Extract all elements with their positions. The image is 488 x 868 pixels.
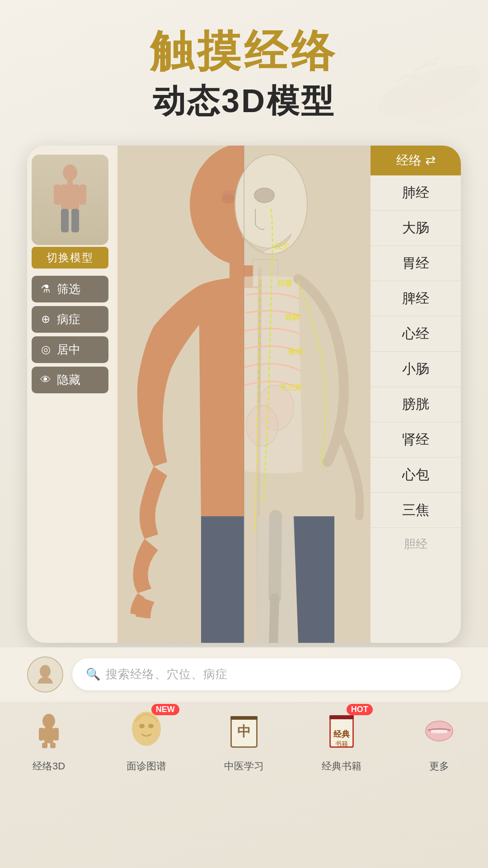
nav-item-facemap[interactable]: NEW 面诊图谱 bbox=[98, 706, 195, 773]
svg-rect-38 bbox=[230, 716, 258, 720]
avatar-button[interactable] bbox=[27, 656, 63, 693]
nav-label-classicbook: 经典书籍 bbox=[322, 760, 361, 773]
svg-point-33 bbox=[139, 724, 145, 728]
meridian-item-heart[interactable]: 心经 bbox=[371, 316, 461, 352]
search-placeholder-text: 搜索经络、穴位、病症 bbox=[106, 666, 228, 682]
nav-item-classicbook[interactable]: HOT 经典 书籍 经典书籍 bbox=[293, 706, 390, 773]
svg-point-25 bbox=[40, 665, 51, 678]
tcmlearn-icon: 中 bbox=[219, 706, 269, 756]
right-meridian-panel: 经络 ⇄ 肺经 大肠 胃经 脾经 心经 小肠 膀胱 肾经 心包 三焦 胆经 bbox=[371, 146, 461, 643]
center-icon: ◎ bbox=[39, 343, 52, 356]
nav-label-more: 更多 bbox=[429, 760, 449, 773]
hide-button[interactable]: 👁 隐藏 bbox=[32, 367, 108, 393]
nav-label-meridian3d: 经络3D bbox=[33, 760, 65, 773]
hero-section: 触摸经络 动态3D模型 bbox=[0, 0, 488, 123]
left-control-panel: 切换模型 ⚗ 筛选 ⊕ 病症 ◎ 居中 👁 隐藏 bbox=[27, 146, 122, 643]
bottom-navigation: 经络3D NEW 面诊图谱 中 bbox=[0, 702, 488, 782]
svg-point-2 bbox=[63, 165, 77, 181]
svg-rect-31 bbox=[50, 743, 56, 748]
svg-text:书籍: 书籍 bbox=[335, 741, 348, 747]
svg-rect-29 bbox=[53, 728, 59, 741]
svg-rect-4 bbox=[61, 184, 79, 209]
svg-point-34 bbox=[148, 724, 154, 728]
model-thumbnail[interactable] bbox=[32, 155, 108, 245]
nav-item-tcmlearn[interactable]: 中 中医学习 bbox=[195, 706, 293, 773]
svg-rect-8 bbox=[71, 209, 79, 232]
svg-rect-7 bbox=[61, 209, 69, 232]
filter-icon: ⚗ bbox=[39, 283, 52, 295]
meridian-item-stomach[interactable]: 胃经 bbox=[371, 246, 461, 281]
meridian-item-smallintestine[interactable]: 小肠 bbox=[371, 352, 461, 387]
meridian3d-icon bbox=[24, 706, 74, 756]
svg-rect-6 bbox=[79, 184, 86, 205]
svg-rect-41 bbox=[329, 715, 354, 719]
meridian-item-lung[interactable]: 肺经 bbox=[371, 175, 461, 211]
more-icon bbox=[414, 706, 464, 756]
meridian-item-largeintestine[interactable]: 大肠 bbox=[371, 211, 461, 246]
svg-text:手三里: 手三里 bbox=[280, 383, 302, 391]
svg-text:经典: 经典 bbox=[333, 730, 350, 739]
main-title: 触摸经络 bbox=[0, 27, 488, 75]
svg-point-15 bbox=[254, 188, 274, 203]
meridian-header[interactable]: 经络 ⇄ bbox=[371, 146, 461, 175]
svg-text:中: 中 bbox=[237, 724, 251, 739]
svg-rect-28 bbox=[39, 728, 44, 741]
meridian-item-gallbladder[interactable]: 胆经 bbox=[371, 528, 461, 560]
svg-text:曲池: 曲池 bbox=[288, 347, 303, 355]
disease-icon: ⊕ bbox=[39, 313, 52, 326]
nav-item-more[interactable]: 更多 bbox=[390, 706, 488, 773]
svg-rect-5 bbox=[54, 184, 61, 205]
switch-model-button[interactable]: 切换模型 bbox=[32, 247, 108, 269]
bottom-search-bar: 🔍 搜索经络、穴位、病症 bbox=[0, 647, 488, 702]
meridian-item-spleen[interactable]: 脾经 bbox=[371, 281, 461, 316]
nav-item-meridian3d[interactable]: 经络3D bbox=[0, 706, 98, 773]
new-badge: NEW bbox=[151, 704, 179, 715]
swap-icon: ⇄ bbox=[425, 153, 436, 168]
hide-icon: 👁 bbox=[39, 373, 52, 386]
svg-point-32 bbox=[132, 712, 161, 746]
body-model-view[interactable]: 汉穴 巨髎 肩髃 曲池 手三里 bbox=[117, 146, 371, 643]
svg-text:汉穴: 汉穴 bbox=[275, 242, 289, 250]
app-card: 切换模型 ⚗ 筛选 ⊕ 病症 ◎ 居中 👁 隐藏 bbox=[27, 146, 461, 643]
search-icon: 🔍 bbox=[86, 667, 100, 681]
search-input-bar[interactable]: 🔍 搜索经络、穴位、病症 bbox=[72, 658, 461, 690]
svg-rect-30 bbox=[42, 743, 47, 748]
filter-button[interactable]: ⚗ 筛选 bbox=[32, 276, 108, 302]
svg-text:巨髎: 巨髎 bbox=[278, 279, 292, 287]
hot-badge: HOT bbox=[347, 704, 373, 715]
svg-point-18 bbox=[246, 406, 278, 446]
svg-rect-27 bbox=[44, 727, 53, 743]
meridian-item-bladder[interactable]: 膀胱 bbox=[371, 387, 461, 422]
center-button[interactable]: ◎ 居中 bbox=[32, 336, 108, 363]
svg-rect-3 bbox=[67, 180, 73, 184]
nav-label-facemap: 面诊图谱 bbox=[127, 760, 166, 773]
svg-point-26 bbox=[42, 714, 55, 728]
disease-button[interactable]: ⊕ 病症 bbox=[32, 306, 108, 333]
nav-label-tcmlearn: 中医学习 bbox=[224, 760, 264, 773]
svg-text:肩髃: 肩髃 bbox=[285, 313, 299, 321]
sub-title: 动态3D模型 bbox=[0, 80, 488, 123]
meridian-item-sanjiao[interactable]: 三焦 bbox=[371, 493, 461, 528]
meridian-item-kidney[interactable]: 肾经 bbox=[371, 422, 461, 458]
meridian-item-pericardium[interactable]: 心包 bbox=[371, 458, 461, 493]
